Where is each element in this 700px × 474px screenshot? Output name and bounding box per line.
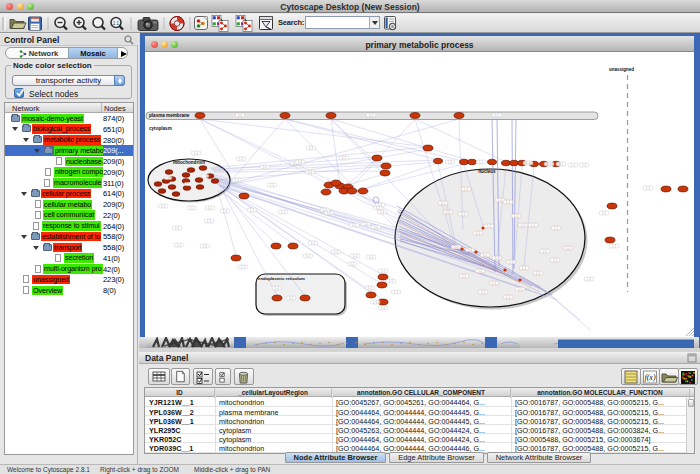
svg-text:[...]: [...]: [536, 271, 540, 275]
svg-text:[...]: [...]: [350, 262, 354, 266]
svg-text:[...]: [...]: [448, 160, 452, 164]
svg-text:[...]: [...]: [492, 281, 496, 285]
svg-text:[...]: [...]: [334, 250, 338, 254]
svg-text:[...]: [...]: [369, 113, 373, 117]
svg-text:[...]: [...]: [495, 113, 499, 117]
svg-text:[...]: [...]: [526, 161, 530, 165]
svg-text:[...]: [...]: [373, 300, 377, 304]
svg-text:[...]: [...]: [203, 244, 207, 248]
svg-text:[...]: [...]: [518, 287, 522, 291]
svg-text:[...]: [...]: [587, 277, 591, 281]
svg-text:[...]: [...]: [464, 187, 468, 191]
svg-text:[...]: [...]: [543, 249, 547, 253]
svg-text:[...]: [...]: [207, 219, 211, 223]
svg-text:[...]: [...]: [238, 113, 242, 117]
svg-text:[...]: [...]: [487, 224, 491, 228]
svg-text:mitochondrion: mitochondrion: [173, 160, 205, 165]
svg-text:[...]: [...]: [566, 246, 570, 250]
svg-text:[...]: [...]: [175, 226, 179, 230]
svg-text:[...]: [...]: [521, 223, 525, 227]
svg-text:[...]: [...]: [479, 160, 483, 164]
svg-text:[...]: [...]: [495, 256, 499, 260]
svg-text:[...]: [...]: [506, 295, 510, 299]
svg-text:[...]: [...]: [476, 231, 480, 235]
svg-text:[...]: [...]: [250, 208, 254, 212]
svg-text:[...]: [...]: [441, 201, 445, 205]
svg-text:[...]: [...]: [389, 279, 393, 283]
svg-text:[...]: [...]: [446, 210, 450, 214]
svg-text:[...]: [...]: [235, 178, 239, 182]
svg-text:[...]: [...]: [289, 296, 293, 300]
svg-text:[...]: [...]: [308, 170, 312, 174]
svg-text:[...]: [...]: [342, 156, 346, 160]
svg-text:[...]: [...]: [522, 266, 526, 270]
svg-text:[...]: [...]: [461, 212, 465, 216]
svg-text:[...]: [...]: [646, 186, 650, 190]
svg-text:[...]: [...]: [380, 210, 384, 214]
svg-text:[...]: [...]: [481, 290, 485, 294]
svg-text:plasma membrane: plasma membrane: [149, 113, 190, 118]
svg-text:[...]: [...]: [498, 198, 502, 202]
svg-text:[...]: [...]: [190, 206, 194, 210]
svg-text:[...]: [...]: [311, 241, 315, 245]
svg-text:[...]: [...]: [571, 163, 575, 167]
svg-text:[...]: [...]: [381, 306, 385, 310]
svg-text:[...]: [...]: [509, 260, 513, 264]
svg-text:[...]: [...]: [612, 244, 616, 248]
svg-text:[...]: [...]: [353, 254, 357, 258]
svg-text:[...]: [...]: [374, 225, 378, 229]
svg-text:[...]: [...]: [514, 214, 518, 218]
svg-text:[...]: [...]: [263, 165, 267, 169]
svg-text:[...]: [...]: [506, 200, 510, 204]
svg-text:[...]: [...]: [462, 274, 466, 278]
svg-text:[...]: [...]: [327, 211, 331, 215]
svg-text:[...]: [...]: [208, 206, 212, 210]
svg-text:[...]: [...]: [364, 222, 368, 226]
svg-text:[...]: [...]: [483, 253, 487, 257]
svg-text:[...]: [...]: [531, 223, 535, 227]
svg-text:[...]: [...]: [241, 265, 245, 269]
svg-text:[...]: [...]: [161, 204, 165, 208]
svg-text:[...]: [...]: [554, 226, 558, 230]
svg-text:[...]: [...]: [602, 211, 606, 215]
svg-text:[...]: [...]: [582, 163, 586, 167]
svg-text:[...]: [...]: [553, 258, 557, 262]
svg-text:f(x): f(x): [644, 373, 655, 382]
svg-text:unassigned: unassigned: [609, 67, 634, 72]
svg-text:[...]: [...]: [468, 248, 472, 252]
svg-text:endoplasmic reticulum: endoplasmic reticulum: [258, 276, 305, 281]
svg-text:[...]: [...]: [223, 209, 227, 213]
svg-text:cytoplasm: cytoplasm: [149, 126, 172, 131]
svg-text:[...]: [...]: [177, 243, 181, 247]
svg-text:[...]: [...]: [275, 286, 279, 290]
svg-text:[...]: [...]: [559, 162, 563, 166]
svg-text:[...]: [...]: [381, 269, 385, 273]
svg-text:1:1: 1:1: [113, 21, 120, 26]
svg-text:[...]: [...]: [376, 206, 380, 210]
svg-text:[...]: [...]: [306, 254, 310, 258]
svg-text:[...]: [...]: [270, 183, 274, 187]
svg-text:[...]: [...]: [194, 151, 198, 155]
svg-text:[...]: [...]: [478, 269, 482, 273]
svg-text:[...]: [...]: [369, 255, 373, 259]
svg-text:[...]: [...]: [281, 210, 285, 214]
svg-text:[...]: [...]: [309, 146, 313, 150]
svg-text:[...]: [...]: [454, 245, 458, 249]
svg-text:[...]: [...]: [368, 286, 372, 290]
svg-text:[...]: [...]: [239, 157, 243, 161]
svg-text:[...]: [...]: [547, 162, 551, 166]
svg-text:[...]: [...]: [394, 290, 398, 294]
svg-text:[...]: [...]: [352, 223, 356, 227]
svg-text:[...]: [...]: [298, 160, 302, 164]
